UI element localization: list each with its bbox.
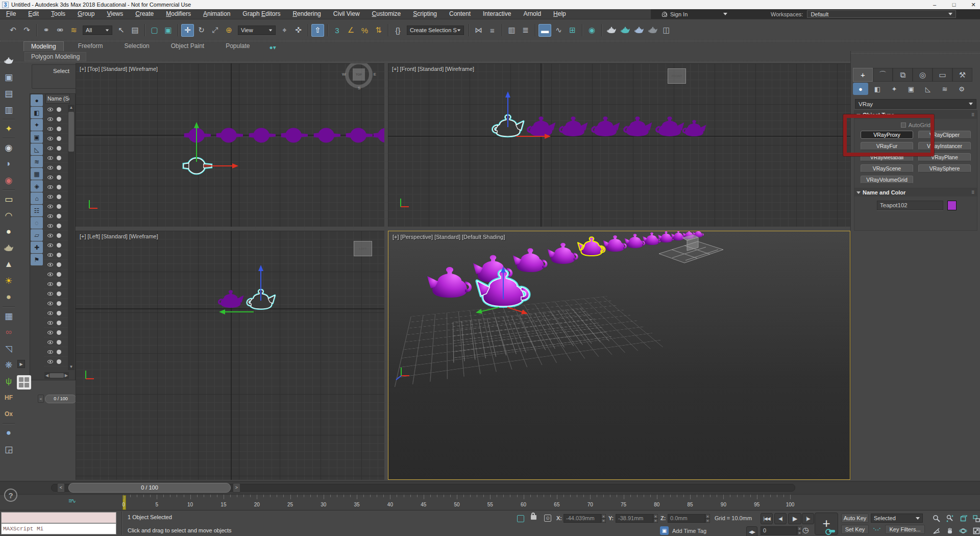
explorer-filter-9[interactable]: ☷ bbox=[31, 205, 43, 216]
visibility-eye-icon[interactable] bbox=[47, 156, 53, 160]
explorer-horizontal-scrollbar[interactable]: ◀▶ bbox=[44, 372, 69, 379]
select-by-name-icon[interactable]: ▤ bbox=[129, 24, 141, 37]
explorer-filter-11[interactable]: ▱ bbox=[31, 229, 43, 241]
object-color-swatch[interactable] bbox=[947, 201, 957, 210]
mirror-icon[interactable]: ⋈ bbox=[472, 24, 485, 37]
reference-coordinate-dropdown[interactable]: View bbox=[238, 26, 276, 35]
command-tab-create[interactable]: + bbox=[853, 68, 873, 82]
visibility-eye-icon[interactable] bbox=[47, 234, 53, 237]
menu-views[interactable]: Views bbox=[101, 9, 129, 19]
explorer-row[interactable] bbox=[44, 143, 68, 153]
orbit-icon[interactable] bbox=[957, 525, 970, 536]
visibility-eye-icon[interactable] bbox=[47, 185, 53, 189]
ox-fur-icon[interactable]: Ox bbox=[2, 407, 16, 421]
menu-modifiers[interactable]: Modifiers bbox=[160, 9, 197, 19]
add-time-tag[interactable]: ▣ Add Time Tag bbox=[660, 526, 706, 535]
menu-animation[interactable]: Animation bbox=[197, 9, 236, 19]
teapot-perspective[interactable] bbox=[624, 234, 645, 248]
object-category-dropdown[interactable]: VRay bbox=[855, 99, 976, 109]
dock-frame-indicator[interactable]: 0 / 100 bbox=[45, 395, 77, 403]
frame-field-spinner[interactable]: ▲▼ bbox=[797, 526, 802, 535]
ribbon-config-icon[interactable]: ●▾ bbox=[270, 44, 276, 51]
category-shapes[interactable]: ◧ bbox=[870, 83, 885, 95]
explorer-row[interactable] bbox=[44, 318, 68, 328]
teapot-front-view[interactable] bbox=[682, 120, 706, 136]
scene-explorer-toggle-icon[interactable]: ▥ bbox=[505, 24, 518, 37]
cone-object-icon[interactable]: ▲ bbox=[2, 257, 16, 272]
menu-tools[interactable]: Tools bbox=[45, 9, 71, 19]
explorer-row[interactable] bbox=[44, 270, 68, 279]
app-logo-icon[interactable]: 3 bbox=[2, 2, 9, 8]
render-setup-icon[interactable] bbox=[605, 24, 618, 37]
category-space-warps[interactable]: ≋ bbox=[937, 83, 952, 95]
visibility-eye-icon[interactable] bbox=[47, 137, 53, 140]
maxscript-mini-listener-pink[interactable] bbox=[1, 512, 116, 523]
viewport-left[interactable]: [+] [Left] [Standard] [Wireframe] LEFT bbox=[76, 231, 384, 480]
teapot-top-view[interactable] bbox=[249, 128, 276, 142]
key-steps-icon[interactable]: ⠢⠔ bbox=[871, 525, 883, 534]
sign-in-caret-icon[interactable] bbox=[723, 13, 727, 15]
teapot-top-view[interactable] bbox=[346, 128, 373, 142]
zoom-icon[interactable] bbox=[930, 513, 943, 525]
fov-icon[interactable] bbox=[930, 525, 943, 536]
camera-head-icon[interactable]: ◗ bbox=[2, 157, 16, 171]
environment-dialog-icon[interactable]: ▥ bbox=[2, 103, 16, 117]
rendered-frame-window-icon[interactable] bbox=[619, 24, 631, 37]
ribbon-toggle-icon[interactable]: ▬ bbox=[538, 24, 551, 37]
button-vrayscene[interactable]: VRayScene bbox=[861, 164, 913, 173]
visibility-eye-icon[interactable] bbox=[47, 195, 53, 199]
explorer-filter-7[interactable]: ◈ bbox=[31, 180, 43, 192]
menu-rendering[interactable]: Rendering bbox=[286, 9, 327, 19]
spinner-snap-icon[interactable]: ⇅ bbox=[372, 24, 385, 37]
menu-help[interactable]: Help bbox=[547, 9, 572, 19]
polygon-modeling-panel[interactable]: Polygon Modeling bbox=[24, 52, 86, 61]
scrollbar-thumb[interactable] bbox=[68, 112, 74, 152]
explorer-filter-2[interactable]: ✦ bbox=[31, 119, 43, 131]
visibility-eye-icon[interactable] bbox=[47, 214, 53, 218]
zoom-all-icon[interactable] bbox=[943, 513, 957, 525]
explorer-filter-10[interactable]: ◌ bbox=[31, 217, 43, 229]
z-coord-field[interactable]: 0.0mm bbox=[668, 514, 705, 523]
teapot-left-view[interactable] bbox=[218, 290, 243, 308]
teapot-front-view[interactable] bbox=[591, 116, 620, 136]
teapot-object-icon[interactable] bbox=[2, 241, 16, 255]
viewport-left-label[interactable]: [+] [Left] [Standard] [Wireframe] bbox=[80, 233, 158, 239]
named-selection-sets-icon[interactable]: {} bbox=[391, 24, 404, 37]
explorer-filter-5[interactable]: ≋ bbox=[31, 156, 43, 167]
menu-edit[interactable]: Edit bbox=[22, 9, 45, 19]
object-name-field[interactable]: Teapot102 bbox=[877, 201, 943, 210]
previous-frame-button[interactable]: ◀| bbox=[774, 513, 787, 524]
auto-key-button[interactable]: Auto Key bbox=[841, 514, 869, 523]
angle-snap-icon[interactable]: ∠ bbox=[345, 24, 357, 37]
teapot-top-view[interactable] bbox=[184, 128, 211, 142]
explorer-filter-6[interactable]: ▦ bbox=[31, 168, 43, 180]
explorer-row[interactable] bbox=[44, 182, 68, 192]
viewport-top-label[interactable]: [+] [Top] [Standard] [Wireframe] bbox=[80, 66, 158, 72]
menu-arnold[interactable]: Arnold bbox=[517, 9, 547, 19]
viewport-front[interactable]: [+] [Front] [Standard] [Wireframe] FRONT bbox=[388, 63, 850, 227]
next-frame-arrow[interactable]: > bbox=[233, 483, 240, 493]
next-frame-button[interactable]: |▶ bbox=[802, 513, 814, 524]
visibility-eye-icon[interactable] bbox=[47, 176, 53, 179]
workspace-dropdown[interactable]: Default bbox=[807, 10, 956, 18]
teapot-top-view[interactable] bbox=[281, 128, 308, 142]
go-to-start-button[interactable]: |◀◀ bbox=[761, 513, 773, 524]
explorer-row[interactable] bbox=[44, 202, 68, 211]
explorer-row[interactable] bbox=[44, 279, 68, 289]
command-tab-modify[interactable]: ⌒ bbox=[873, 68, 893, 82]
teapot-perspective[interactable] bbox=[643, 232, 661, 245]
explorer-row[interactable] bbox=[44, 211, 68, 221]
command-tab-utilities[interactable]: ⚒ bbox=[952, 68, 972, 82]
maximize-button[interactable]: □ bbox=[950, 2, 958, 8]
x-coord-field[interactable]: -44.039mm bbox=[564, 514, 601, 523]
teapot-perspective[interactable] bbox=[671, 231, 685, 240]
visibility-eye-icon[interactable] bbox=[47, 360, 53, 363]
align-icon[interactable]: ≡ bbox=[486, 24, 499, 37]
explorer-row[interactable] bbox=[44, 357, 68, 367]
category-helpers[interactable]: ◺ bbox=[920, 83, 936, 95]
dock-prev-frame-button[interactable]: < bbox=[38, 395, 44, 403]
use-pivot-point-center-icon[interactable]: ⌖ bbox=[278, 24, 291, 37]
ribbon-tab-object-paint[interactable]: Object Paint bbox=[164, 41, 211, 51]
visibility-eye-icon[interactable] bbox=[47, 224, 53, 228]
a360-render-gallery-icon[interactable]: ◫ bbox=[660, 24, 673, 37]
